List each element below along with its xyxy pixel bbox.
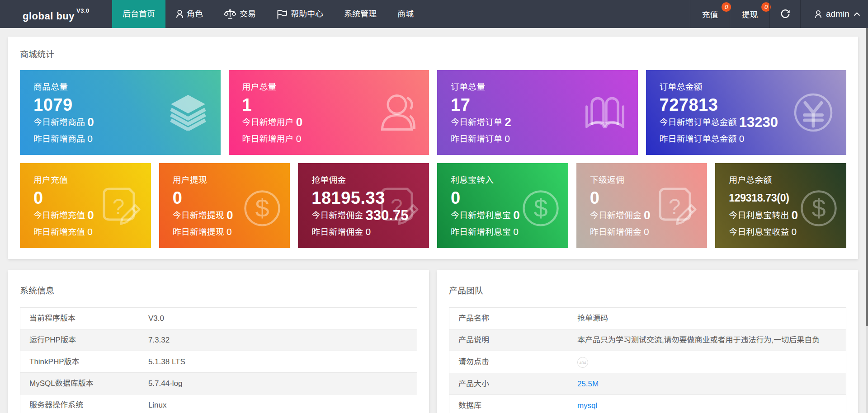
svg-text:?: ? <box>112 195 124 219</box>
svg-text:$: $ <box>533 194 547 222</box>
svg-text:$: $ <box>255 194 269 222</box>
svg-text:?: ? <box>391 195 403 219</box>
svg-text:$: $ <box>811 194 826 222</box>
svg-text:?: ? <box>669 195 681 219</box>
